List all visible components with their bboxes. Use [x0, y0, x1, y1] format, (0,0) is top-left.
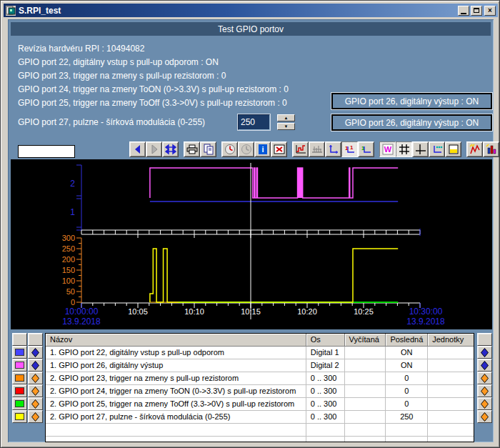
time-range-button[interactable]: [221, 141, 238, 157]
minimize-icon: [461, 13, 466, 14]
axis-1-red-button[interactable]: 11: [341, 141, 358, 157]
series-marker-button[interactable]: [28, 372, 43, 384]
scroll-right-button[interactable]: [146, 141, 162, 157]
series-marker-button[interactable]: [477, 346, 492, 359]
curve-style-button[interactable]: [292, 141, 309, 157]
maximize-icon: [474, 8, 479, 13]
header-blank-cell: [12, 333, 27, 346]
table-row[interactable]: 2. GPIO port 24, trigger na zmeny ToON (…: [46, 385, 474, 398]
axis-scale-icon: [431, 144, 443, 155]
fill-style-button[interactable]: [445, 141, 461, 157]
gpio26-toggle-button-2[interactable]: GPIO port 26, digitálny výstup : ON: [331, 114, 492, 131]
svg-text:i: i: [261, 145, 264, 154]
cell-vycitana: [345, 411, 386, 424]
grid-button[interactable]: [396, 141, 412, 157]
empty-row: [46, 424, 474, 437]
cell-os: 0 .. 300: [306, 385, 345, 398]
pwm-input[interactable]: [238, 114, 270, 130]
svg-text:10:00:00: 10:00:00: [65, 307, 99, 317]
table-row[interactable]: 2. GPIO port 25, trigger na zmeny ToOff …: [46, 398, 474, 411]
color-swatch-button[interactable]: [12, 359, 27, 372]
app-window: S.RPI_test × Test GPIO portov Revízia ha…: [0, 0, 500, 448]
axes-button[interactable]: [325, 141, 341, 157]
series-marker-button[interactable]: [28, 346, 43, 359]
fill-style-icon: [448, 144, 459, 155]
diamond-icon: [481, 387, 489, 396]
column-header: Os: [306, 334, 345, 347]
bars-style-button[interactable]: [309, 141, 325, 157]
zoom-horizontal-icon: [165, 144, 176, 155]
copy-button[interactable]: [200, 141, 216, 157]
scroll-left-icon: [132, 144, 144, 155]
series-marker-button[interactable]: [477, 372, 492, 384]
axis-scale-button[interactable]: [429, 141, 445, 157]
time-range-disabled-button[interactable]: [238, 141, 254, 157]
copy-icon: [203, 144, 214, 155]
axis-1-red-icon: 11: [344, 144, 356, 155]
scroll-left-button[interactable]: [129, 141, 146, 157]
w-curves-button[interactable]: W: [379, 141, 396, 157]
empty-cell: [345, 424, 386, 437]
cell-vycitana: [345, 398, 386, 411]
time-range-icon: [224, 144, 236, 155]
axis-1-green-button[interactable]: 1: [358, 141, 374, 157]
table-row[interactable]: 2. GPIO port 23, trigger na zmeny s pull…: [46, 372, 474, 385]
axis-cross-button[interactable]: [412, 141, 429, 157]
info-icon: i: [257, 144, 269, 155]
series-marker-button[interactable]: [28, 384, 43, 397]
color-swatch-button[interactable]: [12, 384, 27, 397]
zoom-horizontal-button[interactable]: [162, 141, 179, 157]
table-row[interactable]: 2. GPIO port 27, pulzne - šírková modulá…: [46, 411, 474, 424]
spinner-down-button[interactable]: ▼: [277, 123, 295, 130]
minimize-button[interactable]: [458, 6, 469, 16]
gpio26-toggle-button-1[interactable]: GPIO port 26, digitálny výstup : ON: [331, 93, 492, 109]
header-blank-cell: [28, 333, 43, 346]
series-marker-button[interactable]: [28, 359, 43, 372]
cell-vycitana: [345, 359, 386, 372]
column-header: Vyčítaná: [345, 334, 386, 347]
series-color-swatch: [15, 413, 24, 420]
scroll-right-icon: [149, 144, 160, 155]
table-row[interactable]: 1. GPIO port 26, digitálny výstupDigital…: [46, 359, 474, 372]
svg-text:100: 100: [62, 277, 75, 285]
info-line: GPIO port 22, digitálny vstup s pull-up …: [18, 56, 332, 69]
series-marker-button[interactable]: [477, 359, 492, 372]
color-swatch-button[interactable]: [12, 346, 27, 359]
bar-chart-button[interactable]: [483, 141, 499, 157]
diamond-icon: [31, 387, 39, 396]
series-marker-button[interactable]: [28, 397, 43, 410]
maximize-button[interactable]: [471, 6, 482, 16]
cursor-value-field[interactable]: [18, 145, 75, 158]
empty-row: [46, 437, 474, 442]
svg-text:13.9.2018: 13.9.2018: [406, 317, 445, 327]
axis-cross-icon: [415, 144, 426, 155]
print-button[interactable]: [184, 141, 200, 157]
table-row[interactable]: 1. GPIO port 22, digitálny vstup s pull-…: [46, 347, 474, 359]
chart-toolbar: i111W: [129, 141, 499, 157]
delete-button[interactable]: [271, 141, 287, 157]
diamond-icon: [481, 374, 489, 383]
cell-jednotky: [428, 372, 474, 385]
diamond-icon: [31, 361, 39, 370]
info-button[interactable]: i: [254, 141, 271, 157]
series-marker-button[interactable]: [477, 410, 492, 423]
close-button[interactable]: ×: [484, 6, 496, 16]
series-color-swatch: [15, 362, 24, 369]
svg-text:1: 1: [361, 145, 365, 151]
series-marker-button[interactable]: [477, 384, 492, 397]
color-swatch-button[interactable]: [12, 397, 27, 410]
series-marker-button[interactable]: [477, 397, 492, 410]
cell-posledna: ON: [386, 347, 428, 359]
spinner-up-button[interactable]: ▲: [277, 114, 295, 121]
line-chart-button[interactable]: [466, 141, 483, 157]
svg-text:10:10: 10:10: [184, 307, 204, 316]
chart-area[interactable]: 2130025020015010050010:0510:1010:1510:20…: [11, 159, 492, 329]
grid-icon: [399, 144, 410, 155]
color-swatch-button[interactable]: [12, 410, 27, 423]
color-swatch-button[interactable]: [12, 372, 27, 384]
cell-nazov: 2. GPIO port 23, trigger na zmeny s pull…: [46, 372, 306, 385]
swatch-column: [12, 333, 27, 423]
titlebar[interactable]: S.RPI_test ×: [4, 4, 498, 17]
cell-jednotky: [428, 385, 474, 398]
series-marker-button[interactable]: [28, 410, 43, 423]
